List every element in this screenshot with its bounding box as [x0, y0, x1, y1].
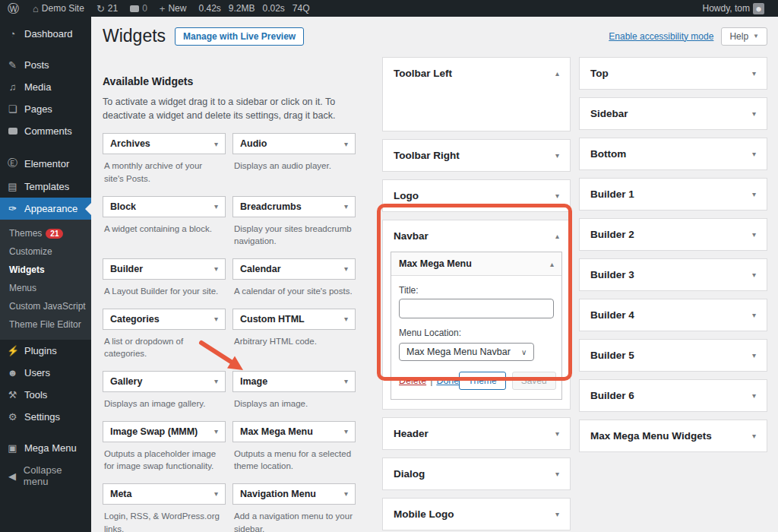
chevron-down-icon[interactable]: ▾: [214, 264, 218, 273]
widget-card-image[interactable]: Image▾: [232, 371, 356, 392]
chevron-down-icon[interactable]: ▾: [752, 432, 756, 440]
submenu-item-themes[interactable]: Themes21: [0, 224, 91, 242]
sidebar-area-header[interactable]: Builder 2 ▾: [580, 219, 767, 250]
sidebar-item-pages[interactable]: ❏ Pages: [0, 98, 91, 120]
comments-menu[interactable]: 0: [124, 0, 153, 17]
chevron-down-icon[interactable]: ▾: [344, 489, 348, 498]
chevron-down-icon[interactable]: ▾: [344, 377, 348, 385]
chevron-down-icon[interactable]: ▾: [752, 69, 756, 78]
submenu-item-menus[interactable]: Menus: [0, 279, 91, 297]
chevron-down-icon[interactable]: ▾: [752, 351, 756, 359]
chevron-down-icon[interactable]: ▾: [752, 190, 756, 198]
sidebar-area-header[interactable]: Builder 6 ▾: [580, 380, 767, 411]
query-monitor-stats[interactable]: 0.42s 9.2MB 0.02s 74Q: [192, 3, 315, 14]
chevron-down-icon[interactable]: ▾: [214, 427, 218, 435]
chevron-down-icon[interactable]: ▾: [752, 391, 756, 400]
sidebar-item-plugins[interactable]: ⚡ Plugins: [0, 340, 91, 362]
title-input[interactable]: [399, 299, 554, 318]
chevron-down-icon[interactable]: ▾: [344, 427, 348, 435]
chevron-down-icon[interactable]: ▾: [344, 140, 348, 148]
chevron-down-icon[interactable]: ▾: [344, 264, 348, 273]
chevron-down-icon[interactable]: ▾: [555, 192, 559, 200]
widget-card-navigation-menu[interactable]: Navigation Menu▾: [232, 483, 356, 505]
widget-card-image-swap[interactable]: Image Swap (MMM)▾: [103, 421, 226, 442]
submenu-item-custom-javascript[interactable]: Custom JavaScript: [0, 297, 91, 315]
chevron-down-icon[interactable]: ▾: [214, 315, 218, 323]
chevron-down-icon[interactable]: ▾: [555, 470, 559, 478]
submenu-item-customize[interactable]: Customize: [0, 242, 91, 261]
sidebar-area-header[interactable]: Sidebar ▾: [580, 98, 767, 129]
site-menu[interactable]: ⌂ Demo Site: [27, 0, 90, 17]
help-button[interactable]: Help ▼: [721, 27, 767, 46]
sidebar-area-header[interactable]: Builder 1 ▾: [580, 179, 767, 210]
chevron-up-icon[interactable]: ▴: [555, 69, 559, 78]
sidebar-item-elementor[interactable]: Ⓔ Elementor: [0, 151, 91, 176]
chevron-up-icon[interactable]: ▴: [555, 232, 559, 240]
chevron-down-icon[interactable]: ▾: [752, 311, 756, 319]
collapse-menu-button[interactable]: ◀ Collapse menu: [0, 459, 91, 492]
theme-button[interactable]: Theme: [459, 372, 505, 390]
sidebar-item-dashboard[interactable]: ◔ Dashboard: [0, 23, 91, 45]
chevron-down-icon[interactable]: ▾: [344, 202, 348, 211]
new-content-menu[interactable]: + New: [153, 0, 193, 17]
chevron-down-icon[interactable]: ▾: [214, 202, 218, 211]
chevron-down-icon[interactable]: ▾: [214, 377, 218, 385]
submenu-item-widgets[interactable]: Widgets: [0, 261, 91, 279]
sidebar-area-header[interactable]: Dialog ▾: [383, 458, 570, 489]
sidebar-item-posts[interactable]: ✎ Posts: [0, 54, 91, 76]
widget-card-max-mega-menu[interactable]: Max Mega Menu▾: [232, 421, 356, 442]
wordpress-logo-icon[interactable]: Ⓦ: [0, 2, 27, 16]
updates-menu[interactable]: ↻ 21: [90, 0, 124, 17]
chevron-down-icon[interactable]: ▾: [555, 151, 559, 160]
widget-card-audio[interactable]: Audio▾: [232, 133, 356, 154]
sidebar-area-header[interactable]: Logo ▾: [383, 180, 570, 211]
chevron-down-icon[interactable]: ▾: [344, 315, 348, 323]
widget-card-archives[interactable]: Archives▾: [103, 133, 226, 154]
chevron-down-icon[interactable]: ▾: [214, 489, 218, 498]
chevron-down-icon[interactable]: ▾: [752, 230, 756, 239]
sidebar-item-templates[interactable]: ▤ Templates: [0, 176, 91, 198]
sidebar-area-header[interactable]: Header ▾: [383, 418, 570, 449]
sidebar-item-media[interactable]: ♫ Media: [0, 76, 91, 98]
sidebar-area-header[interactable]: Mobile Logo ▾: [383, 499, 570, 530]
widget-card-calendar[interactable]: Calendar▾: [232, 258, 356, 280]
sidebar-item-comments[interactable]: Comments: [0, 120, 91, 142]
widget-card-custom-html[interactable]: Custom HTML▾: [232, 309, 356, 330]
sidebar-area-header[interactable]: Toolbar Left ▴: [383, 58, 570, 89]
widget-card-builder[interactable]: Builder▾: [103, 258, 226, 280]
delete-link[interactable]: Delete: [399, 375, 426, 386]
widget-card-meta[interactable]: Meta▾: [103, 483, 226, 505]
sidebar-item-tools[interactable]: ⚒ Tools: [0, 384, 91, 406]
chevron-down-icon[interactable]: ▾: [555, 429, 559, 438]
enable-accessibility-mode-link[interactable]: Enable accessibility mode: [609, 31, 713, 42]
submenu-item-theme-file-editor[interactable]: Theme File Editor: [0, 315, 91, 334]
sidebar-item-users[interactable]: ☻ Users: [0, 362, 91, 384]
sidebar-item-settings[interactable]: ⚙ Settings: [0, 406, 91, 428]
widget-card-gallery[interactable]: Gallery▾: [103, 371, 226, 392]
sidebar-area-header[interactable]: Builder 3 ▾: [580, 259, 767, 290]
sidebar-area-header[interactable]: Builder 4 ▾: [580, 299, 767, 331]
chevron-down-icon[interactable]: ▾: [752, 271, 756, 279]
sidebar-area-header[interactable]: Bottom ▾: [580, 138, 767, 169]
sidebar-area-header[interactable]: Max Mega Menu Widgets ▾: [580, 420, 767, 451]
widget-header[interactable]: Max Mega Menu ▴: [391, 252, 561, 276]
done-link[interactable]: Done: [436, 375, 459, 386]
chevron-down-icon[interactable]: ▾: [752, 150, 756, 158]
chevron-down-icon[interactable]: ▾: [752, 109, 756, 118]
widget-card-breadcrumbs[interactable]: Breadcrumbs▾: [232, 196, 356, 217]
chevron-up-icon[interactable]: ▴: [550, 260, 554, 268]
sidebar-area-header[interactable]: Navbar ▴: [383, 220, 570, 252]
menu-location-select[interactable]: Max Mega Menu Navbar ∨: [399, 343, 534, 361]
sidebar-area-header[interactable]: Top ▾: [580, 58, 767, 89]
chevron-down-icon[interactable]: ▾: [214, 140, 218, 148]
sidebar-item-mega-menu[interactable]: ▣ Mega Menu: [0, 437, 91, 459]
sidebar-area-header[interactable]: Toolbar Right ▾: [383, 140, 570, 171]
widget-card-categories[interactable]: Categories▾: [103, 309, 226, 330]
chevron-down-icon[interactable]: ▾: [555, 510, 559, 518]
sidebar-area-header[interactable]: Builder 5 ▾: [580, 340, 767, 371]
account-menu[interactable]: Howdy, tom ☻: [697, 0, 770, 17]
widget-drop-area[interactable]: [383, 89, 570, 131]
manage-with-live-preview-button[interactable]: Manage with Live Preview: [175, 27, 304, 46]
sidebar-item-appearance[interactable]: ✑ Appearance: [0, 198, 91, 220]
widget-card-block[interactable]: Block▾: [103, 196, 226, 217]
